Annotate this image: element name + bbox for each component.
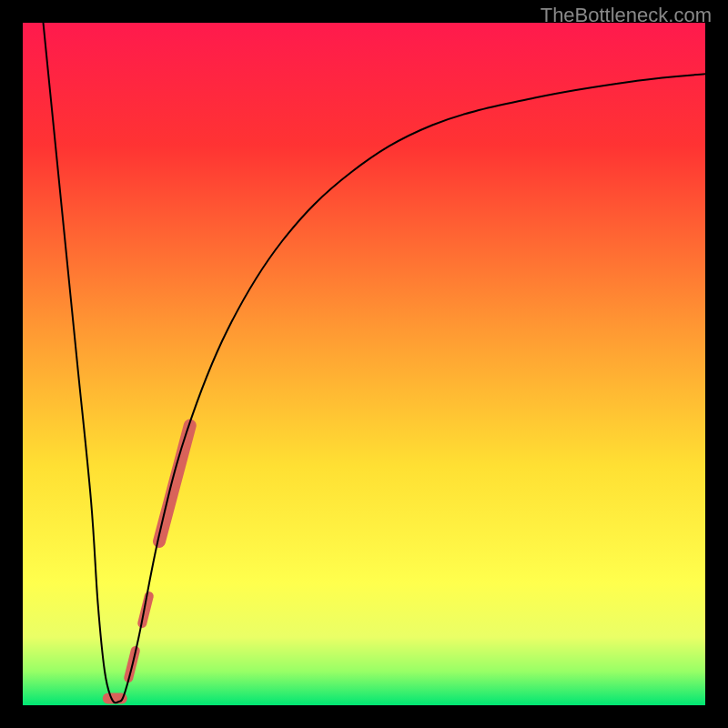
chart-background [23, 23, 705, 705]
watermark-label: TheBottleneck.com [541, 4, 712, 27]
chart-svg [23, 23, 705, 705]
chart-plot-area [23, 23, 705, 705]
